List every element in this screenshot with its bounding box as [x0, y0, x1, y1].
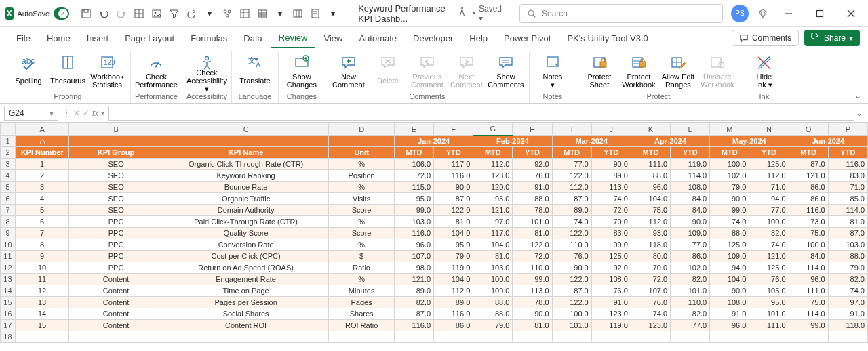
cell[interactable]: 82.0 — [828, 274, 867, 285]
cell[interactable]: 99.0 — [710, 205, 749, 216]
cell[interactable]: 120.0 — [473, 182, 513, 193]
cell[interactable]: 72.0 — [591, 205, 631, 216]
cell[interactable]: 9 — [15, 251, 68, 262]
cell[interactable]: 76.0 — [513, 170, 552, 182]
cell[interactable]: 77.0 — [671, 320, 710, 331]
cell[interactable]: 75.0 — [631, 205, 670, 216]
cell[interactable]: 85.0 — [828, 193, 867, 205]
close-button[interactable] — [840, 4, 863, 23]
cell[interactable]: 74.0 — [631, 308, 670, 320]
tab-help[interactable]: Help — [461, 28, 496, 48]
cell[interactable]: 100.0 — [552, 308, 591, 320]
cell[interactable]: PPC — [69, 228, 163, 239]
borders-icon[interactable] — [132, 6, 146, 21]
cell[interactable]: Content — [69, 274, 163, 285]
cell[interactable]: 90.0 — [513, 308, 552, 320]
cell[interactable]: 91.0 — [828, 308, 867, 320]
cell[interactable]: 122.0 — [552, 228, 591, 239]
cell[interactable]: Quality Score — [163, 228, 328, 239]
cell[interactable]: 76.0 — [631, 297, 670, 308]
cell[interactable]: 107.0 — [631, 285, 670, 297]
cell[interactable]: 89.0 — [434, 297, 473, 308]
cell[interactable]: 122.0 — [552, 297, 591, 308]
cell[interactable]: 108.0 — [591, 274, 631, 285]
cell[interactable]: 122.0 — [552, 170, 591, 182]
cell[interactable]: 100.0 — [789, 239, 828, 251]
cell[interactable]: 74.0 — [828, 285, 867, 297]
cell[interactable]: 89.0 — [394, 285, 433, 297]
cell[interactable]: % — [329, 216, 395, 228]
cell[interactable]: Organic Click-Through Rate (CTR) — [163, 159, 328, 170]
cell[interactable]: 122.0 — [434, 205, 473, 216]
cell[interactable]: 83.0 — [828, 170, 867, 182]
cell[interactable]: Content — [69, 297, 163, 308]
cell[interactable]: Return on Ad Spend (ROAS) — [163, 262, 328, 274]
cell[interactable]: 86.0 — [671, 251, 710, 262]
user-avatar[interactable]: PS — [731, 5, 749, 22]
cell[interactable]: 91.0 — [710, 308, 749, 320]
column-header[interactable]: G — [473, 123, 513, 136]
cell[interactable] — [552, 331, 591, 343]
cell[interactable]: 88.0 — [513, 193, 552, 205]
cell[interactable]: 87.0 — [552, 285, 591, 297]
cell[interactable]: 71.0 — [749, 182, 789, 193]
ungroup-icon[interactable] — [220, 6, 235, 21]
tab-power-pivot[interactable]: Power Pivot — [496, 28, 559, 48]
cell[interactable]: 100.0 — [749, 216, 789, 228]
cell[interactable]: % — [329, 239, 395, 251]
cell[interactable]: 71.0 — [828, 182, 867, 193]
cell[interactable] — [15, 331, 68, 343]
cell[interactable]: 74.0 — [749, 239, 789, 251]
cell[interactable]: 8 — [15, 239, 68, 251]
cell[interactable]: PPC — [69, 216, 163, 228]
row-header[interactable]: 16 — [1, 308, 16, 320]
qat-dropdown-icon[interactable]: ▾ — [202, 6, 217, 21]
cell[interactable]: 87.0 — [434, 193, 473, 205]
cell[interactable]: 77.0 — [749, 205, 789, 216]
cell[interactable]: PPC — [69, 262, 163, 274]
chevron-down-icon[interactable]: ▾ — [50, 108, 54, 118]
cell[interactable]: 82.0 — [394, 297, 433, 308]
cell[interactable]: 95.0 — [749, 297, 789, 308]
column-header[interactable]: L — [671, 123, 710, 136]
cell[interactable]: Engagement Rate — [163, 274, 328, 285]
fx-icon[interactable]: fx — [92, 108, 98, 118]
cell[interactable]: 82.0 — [671, 274, 710, 285]
cell[interactable]: 88.0 — [828, 251, 867, 262]
cell[interactable]: 93.0 — [473, 193, 513, 205]
cell[interactable]: Pages — [329, 297, 395, 308]
cell[interactable]: 94.0 — [749, 193, 789, 205]
cell[interactable]: SEO — [69, 159, 163, 170]
cell[interactable]: 125.0 — [749, 262, 789, 274]
cell[interactable] — [329, 331, 395, 343]
redo-icon[interactable] — [114, 6, 129, 21]
cell[interactable]: 123.0 — [473, 170, 513, 182]
alloweditranges-button[interactable]: Allow Edit Ranges — [659, 51, 697, 91]
cell[interactable]: 70.0 — [591, 216, 631, 228]
row-header[interactable]: 15 — [1, 297, 16, 308]
form-icon[interactable] — [308, 6, 323, 21]
cell[interactable]: 105.0 — [749, 285, 789, 297]
cell[interactable]: 84.0 — [671, 193, 710, 205]
cell[interactable]: 82.0 — [749, 228, 789, 239]
row-header[interactable]: 17 — [1, 320, 16, 331]
cell[interactable]: 4 — [15, 193, 68, 205]
cell[interactable]: 10 — [15, 262, 68, 274]
cell[interactable]: 79.0 — [434, 251, 473, 262]
cell[interactable]: 100.0 — [710, 159, 749, 170]
cell[interactable]: 87.0 — [828, 228, 867, 239]
cell[interactable]: 81.0 — [828, 216, 867, 228]
comments-button[interactable]: Comments — [732, 30, 799, 46]
cell[interactable]: 97.0 — [473, 216, 513, 228]
home-cell[interactable]: ⌂ — [15, 136, 68, 147]
column-header[interactable]: D — [329, 123, 395, 136]
cell[interactable]: 96.0 — [710, 320, 749, 331]
cell[interactable]: 76.0 — [591, 285, 631, 297]
cell[interactable]: 110.0 — [513, 262, 552, 274]
column-header[interactable]: B — [69, 123, 163, 136]
document-title[interactable]: Keyword Performance KPI Dashb... — [358, 3, 447, 24]
cell[interactable]: 87.0 — [552, 193, 591, 205]
protectsheet-button[interactable]: Protect Sheet — [580, 51, 618, 91]
cell[interactable] — [671, 331, 710, 343]
cell[interactable]: 82.0 — [671, 308, 710, 320]
